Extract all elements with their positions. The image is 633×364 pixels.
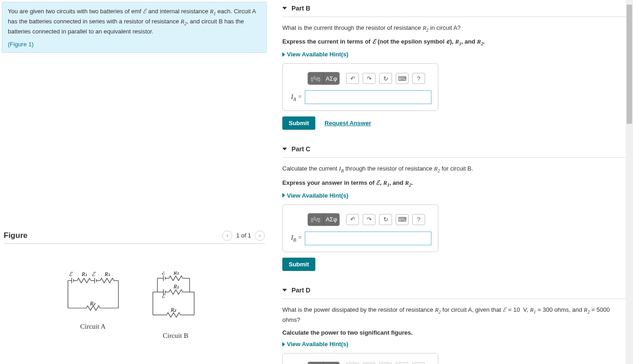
part-b-question: What is the current through the resistor…	[282, 23, 628, 33]
part-d-title: Part D	[291, 287, 310, 294]
part-b-instructions: Express the current in terms of ℰ (not t…	[282, 37, 628, 47]
pager-next-button[interactable]: ›	[255, 231, 265, 241]
figure-pager: ‹ 1 of 1 ›	[222, 231, 265, 241]
caret-right-icon	[282, 52, 285, 57]
part-c-hints[interactable]: View Available Hint(s)	[282, 192, 628, 199]
part-b-title: Part B	[291, 5, 310, 12]
svg-text:ℰ: ℰ	[162, 293, 166, 299]
keyboard-button[interactable]: ⌨	[396, 214, 409, 225]
part-b-submit-button[interactable]: Submit	[282, 116, 315, 130]
part-b-request-answer[interactable]: Request Answer	[325, 120, 371, 127]
scrollbar[interactable]	[626, 0, 633, 364]
part-d-answer-box: ▯▯√▯ ΑΣφ ↶ ↷ ↻ ⌨ ? P = W	[282, 353, 438, 364]
part-c-question: Calculate the current IB through the res…	[282, 164, 628, 174]
caret-down-icon	[282, 148, 287, 150]
caret-right-icon	[282, 193, 285, 198]
part-b-header[interactable]: Part B	[282, 0, 628, 17]
part-c: Part C Calculate the current IB through …	[282, 141, 628, 270]
help-button[interactable]: ?	[412, 214, 425, 225]
templates-button[interactable]: ▯▯√▯	[308, 362, 324, 364]
part-b-input-label: IA =	[291, 94, 302, 102]
part-d-header[interactable]: Part D	[282, 282, 628, 299]
redo-button[interactable]: ↷	[363, 73, 375, 84]
pager-text: 1 of 1	[236, 232, 251, 239]
problem-statement: You are given two circuits with two batt…	[2, 2, 267, 53]
figure-section: Figure ‹ 1 of 1 ›	[0, 227, 269, 343]
pager-prev-button[interactable]: ‹	[222, 231, 232, 241]
part-c-title: Part C	[291, 145, 310, 153]
undo-button[interactable]: ↶	[346, 214, 359, 225]
circuit-a-label: Circuit A	[63, 323, 123, 331]
redo-button[interactable]: ↷	[363, 214, 375, 225]
scrollbar-thumb[interactable]	[627, 5, 632, 124]
reset-button[interactable]: ↻	[379, 73, 392, 84]
templates-button[interactable]: ▯▯√▯	[308, 72, 324, 84]
svg-text:R₂: R₂	[170, 307, 177, 313]
part-b: Part B What is the current through the r…	[282, 0, 628, 130]
caret-right-icon	[282, 342, 285, 347]
keyboard-button[interactable]: ⌨	[396, 73, 409, 84]
part-d: Part D What is the power dissipated by t…	[282, 282, 628, 364]
part-c-input-label: IB =	[291, 234, 302, 243]
part-b-hints[interactable]: View Available Hint(s)	[282, 51, 628, 58]
part-d-question: What is the power dissipated by the resi…	[282, 305, 628, 325]
figure-link[interactable]: (Figure 1)	[8, 41, 34, 48]
svg-text:R₁: R₁	[173, 283, 179, 290]
greek-button[interactable]: ΑΣφ	[324, 72, 339, 84]
caret-down-icon	[282, 7, 287, 10]
part-d-instructions: Calculate the power to two significant f…	[282, 328, 628, 337]
part-c-input[interactable]	[305, 232, 431, 245]
part-c-instructions: Express your answer in terms of ℰ, R1, a…	[282, 178, 628, 188]
svg-text:ℰ: ℰ	[92, 271, 96, 277]
part-d-hints[interactable]: View Available Hint(s)	[282, 341, 628, 347]
help-button[interactable]: ?	[412, 73, 425, 84]
svg-text:ℰ: ℰ	[69, 271, 73, 277]
figure-image: ℰ R₁ ℰ R₁ R₂ Circuit A	[4, 271, 265, 340]
undo-button[interactable]: ↶	[346, 73, 359, 84]
figure-title: Figure	[4, 231, 28, 240]
svg-text:R₁: R₁	[81, 271, 87, 277]
circuit-b-label: Circuit B	[146, 332, 206, 340]
svg-text:R₂: R₂	[90, 300, 96, 307]
part-b-answer-box: ▯▯√▯ ΑΣφ ↶ ↷ ↻ ⌨ ? IA =	[282, 63, 438, 111]
greek-button[interactable]: ΑΣφ	[324, 214, 339, 226]
part-c-answer-box: ▯▯√▯ ΑΣφ ↶ ↷ ↻ ⌨ ? IB =	[282, 204, 438, 252]
svg-text:R₁: R₁	[104, 271, 110, 277]
part-b-input[interactable]	[305, 90, 431, 104]
reset-button[interactable]: ↻	[379, 214, 392, 225]
problem-text: You are given two circuits with two batt…	[8, 7, 261, 36]
svg-text:ℰ: ℰ	[162, 271, 166, 276]
caret-down-icon	[282, 289, 287, 292]
svg-text:R₁: R₁	[173, 271, 179, 276]
part-c-submit-button[interactable]: Submit	[282, 258, 315, 271]
templates-button[interactable]: ▯▯√▯	[308, 214, 324, 226]
greek-button[interactable]: ΑΣφ	[324, 362, 339, 364]
part-c-header[interactable]: Part C	[282, 141, 628, 158]
